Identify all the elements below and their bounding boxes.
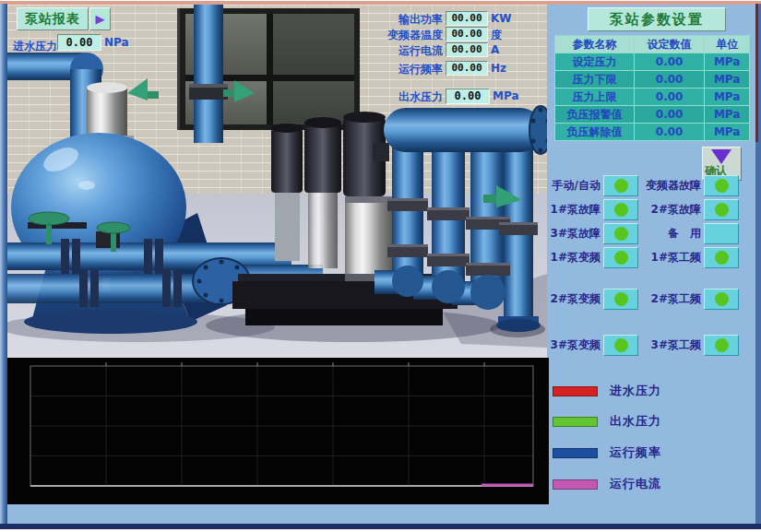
legend-label-current: 运行电流 (610, 476, 661, 492)
run-current-unit: A (491, 43, 499, 56)
manual-auto-lamp (603, 175, 638, 196)
settings-row-neg-pressure-release: 负压解除值 0.00 MPa (555, 124, 750, 141)
legend-swatch-inlet (553, 386, 598, 396)
pump1-mains-lamp (704, 247, 739, 268)
settings-row-pressure-low-limit: 压力下限 0.00 MPa (555, 71, 750, 89)
inlet-pressure-row: 进水压力 (13, 36, 57, 54)
trend-plot (7, 358, 549, 504)
inverter-temp-value: 00.00 (446, 27, 488, 41)
run-frequency-value: 00.00 (446, 61, 488, 76)
legend-label-inlet: 进水压力 (610, 383, 661, 399)
pump-station-3d-view (7, 5, 547, 360)
inlet-pressure-label: 进水压力 (13, 40, 57, 53)
spare-lamp (704, 223, 739, 244)
pump2-mains-lamp (704, 289, 739, 310)
legend-item: 出水压力 (553, 413, 661, 430)
confirm-triangle-icon (711, 149, 731, 164)
lamp-dot (715, 179, 729, 193)
legend-item: 运行电流 (553, 476, 661, 492)
lamp-dot (614, 203, 628, 217)
settings-panel-title: 泵站参数设置 (588, 7, 726, 31)
lamp-dot (715, 338, 729, 352)
equipment-render (7, 5, 547, 360)
pump1-mains-label: 1#泵工频 (638, 250, 701, 266)
set-pressure-value[interactable]: 0.00 (634, 53, 704, 71)
frame-left (0, 4, 7, 526)
lamp-dot (715, 292, 729, 306)
output-power-label: 输出功率 (314, 12, 443, 28)
pump-station-hmi-screen: 泵站报表 ▶ 进水压力 0.00 NPa 输出功率 00.00 KW 变频器温度… (0, 0, 761, 532)
pump2-mains-label: 2#泵工频 (638, 291, 701, 307)
pump1-vfd-label: 1#泵变频 (542, 250, 600, 266)
pump3-fault-lamp (603, 223, 638, 244)
pump1-fault-lamp (603, 199, 638, 220)
settings-row-neg-pressure-alarm: 负压报警值 0.00 MPa (555, 106, 750, 124)
run-current-value: 00.00 (446, 42, 488, 57)
pump2-vfd-label: 2#泵变频 (542, 291, 600, 307)
run-frequency-label: 运行频率 (314, 62, 443, 77)
run-frequency-unit: Hz (491, 62, 506, 75)
pump2-fault-lamp (704, 199, 739, 220)
inverter-temp-unit: 度 (491, 28, 502, 43)
lamp-dot (614, 338, 628, 352)
pump3-mains-lamp (704, 335, 739, 356)
frame-bottom (0, 524, 761, 529)
inverter-fault-lamp (704, 175, 739, 196)
outlet-pressure-label: 出水压力 (314, 89, 443, 105)
pump3-mains-label: 3#泵工频 (638, 337, 701, 353)
play-icon: ▶ (96, 13, 105, 25)
neg-pressure-release-value[interactable]: 0.00 (634, 124, 704, 141)
manual-auto-label: 手动/自动 (542, 178, 600, 194)
run-current-label: 运行电流 (314, 43, 443, 59)
neg-pressure-alarm-value[interactable]: 0.00 (634, 106, 704, 124)
output-power-unit: KW (491, 12, 512, 25)
outlet-pressure-unit: MPa (493, 89, 519, 102)
legend-swatch-frequency (553, 448, 598, 458)
inlet-pressure-value: 0.00 (57, 34, 101, 51)
pump2-fault-label: 2#泵故障 (638, 202, 701, 218)
outlet-pressure-value: 0.00 (446, 89, 490, 104)
output-power-value: 00.00 (446, 11, 488, 26)
inlet-pressure-unit: NPa (104, 36, 129, 49)
inverter-fault-label: 变频器故障 (638, 178, 701, 194)
pump3-fault-label: 3#泵故障 (542, 226, 600, 242)
pump1-fault-label: 1#泵故障 (542, 202, 600, 218)
settings-row-set-pressure: 设定压力 0.00 MPa (555, 53, 750, 71)
pump3-vfd-lamp (603, 335, 638, 356)
pump1-vfd-lamp (603, 247, 638, 268)
report-button-group: 泵站报表 ▶ (17, 7, 111, 30)
pump2-vfd-lamp (603, 289, 638, 310)
legend-item: 运行频率 (553, 444, 661, 461)
report-button[interactable]: 泵站报表 (17, 7, 89, 30)
pressure-high-limit-value[interactable]: 0.00 (634, 89, 704, 106)
lamp-dot (614, 179, 628, 193)
settings-row-pressure-high-limit: 压力上限 0.00 MPa (555, 89, 750, 106)
lamp-dot (614, 251, 628, 265)
settings-table: 参数名称 设定数值 单位 设定压力 0.00 MPa 压力下限 0.00 MPa… (554, 35, 750, 141)
pressure-low-limit-value[interactable]: 0.00 (634, 71, 704, 89)
lamp-dot (614, 292, 628, 306)
lamp-dot (715, 251, 729, 265)
lamp-dot (715, 203, 729, 217)
legend-label-frequency: 运行频率 (610, 444, 661, 461)
settings-table-header: 参数名称 设定数值 单位 (555, 36, 750, 53)
report-arrow-button[interactable]: ▶ (89, 7, 111, 30)
lamp-dot (614, 227, 628, 241)
legend-label-outlet: 出水压力 (610, 413, 661, 430)
pump3-vfd-label: 3#泵变频 (542, 337, 600, 353)
frame-right-accent (755, 4, 758, 142)
inverter-temp-label: 变频器温度 (314, 28, 443, 43)
legend-swatch-current (553, 479, 598, 490)
legend-item: 进水压力 (553, 383, 661, 399)
trend-chart (7, 358, 549, 504)
legend-swatch-outlet (553, 417, 598, 427)
spare-label: 备 用 (638, 226, 701, 242)
